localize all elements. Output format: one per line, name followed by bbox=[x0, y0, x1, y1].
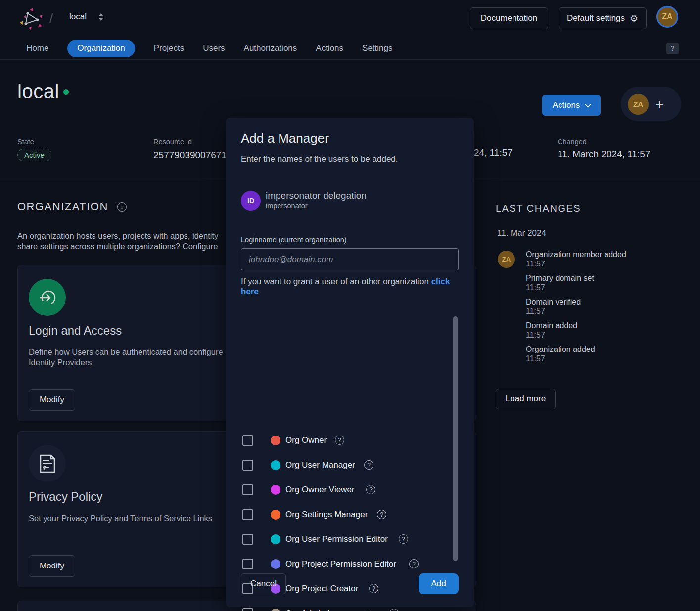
role-label: Org Project Creator bbox=[285, 584, 358, 594]
role-color-dot bbox=[271, 510, 280, 520]
unfold-icon bbox=[98, 13, 103, 21]
role-checkbox[interactable] bbox=[242, 509, 253, 520]
chevron-down-icon bbox=[585, 101, 592, 108]
role-color-dot bbox=[271, 460, 280, 470]
target-user-detail: impersonator bbox=[266, 202, 308, 210]
event-item[interactable]: Organization member added 11:57 bbox=[526, 250, 689, 268]
created-date-partial: 24, 11:57 bbox=[474, 147, 513, 158]
nav-item-settings[interactable]: Settings bbox=[362, 40, 392, 57]
role-row-org-user-manager[interactable]: Org User Manager ? bbox=[226, 453, 453, 478]
resource-id-value: 2577903900767178 bbox=[153, 150, 237, 161]
event-item[interactable]: Domain verified 11:57 bbox=[526, 297, 689, 316]
organization-heading: ORGANIZATION bbox=[17, 200, 108, 213]
role-help-icon[interactable]: ? bbox=[409, 559, 419, 568]
topbar: / local Documentation Default settings ⚙… bbox=[0, 0, 700, 37]
role-label: Org Admin Impersonator bbox=[285, 609, 377, 611]
document-signature-icon bbox=[29, 445, 66, 482]
nav-item-organization[interactable]: Organization bbox=[67, 40, 135, 57]
role-color-dot bbox=[271, 609, 280, 611]
header-actions-label: Actions bbox=[553, 100, 580, 110]
role-help-icon[interactable]: ? bbox=[377, 510, 386, 519]
state-badge: Active bbox=[17, 149, 51, 161]
help-shortcut-button[interactable]: ? bbox=[666, 43, 679, 54]
role-row-org-user-permission-editor[interactable]: Org User Permission Editor ? bbox=[226, 527, 453, 552]
role-label: Org Owner bbox=[285, 436, 327, 445]
zitadel-logo-icon[interactable] bbox=[18, 5, 45, 32]
target-user-avatar: ID bbox=[241, 191, 261, 211]
nav-item-home[interactable]: Home bbox=[26, 40, 48, 57]
role-checkbox[interactable] bbox=[242, 460, 253, 471]
loginname-input[interactable] bbox=[241, 248, 459, 270]
role-help-icon[interactable]: ? bbox=[335, 436, 344, 445]
role-row-org-settings-manager[interactable]: Org Settings Manager ? bbox=[226, 502, 453, 527]
event-item[interactable]: Domain added 11:57 bbox=[526, 321, 689, 340]
state-column: State Active bbox=[17, 138, 51, 161]
changed-value: 11. March 2024, 11:57 bbox=[558, 149, 650, 160]
default-settings-button[interactable]: Default settings ⚙ bbox=[559, 7, 647, 29]
loginname-label: Loginname (current organization) bbox=[241, 236, 347, 244]
load-more-button[interactable]: Load more bbox=[496, 389, 556, 409]
add-member-icon[interactable]: + bbox=[655, 96, 663, 112]
org-switcher[interactable]: local bbox=[69, 12, 103, 22]
last-changes-date: 11. Mar 2024 bbox=[497, 228, 546, 238]
role-checkbox[interactable] bbox=[242, 435, 253, 446]
resource-id-label: Resource Id bbox=[153, 138, 237, 146]
role-checkbox[interactable] bbox=[242, 534, 253, 545]
role-help-icon[interactable]: ? bbox=[369, 584, 378, 593]
role-checkbox[interactable] bbox=[242, 608, 253, 611]
role-color-dot bbox=[271, 485, 280, 495]
role-checkbox[interactable] bbox=[242, 484, 253, 495]
role-label: Org Settings Manager bbox=[285, 510, 368, 520]
org-active-dot bbox=[63, 89, 69, 95]
grant-other-org-hint: If you want to grant a user of an other … bbox=[241, 277, 454, 297]
dialog-title: Add a Manager bbox=[241, 131, 329, 146]
info-icon[interactable]: i bbox=[117, 202, 127, 212]
nav-item-users[interactable]: Users bbox=[203, 40, 225, 57]
state-label: State bbox=[17, 138, 51, 146]
event-avatar: ZA bbox=[498, 251, 515, 268]
last-changes-heading: LAST CHANGES bbox=[496, 203, 581, 214]
role-color-dot bbox=[271, 436, 280, 445]
login-access-description: Define how Users can be authenticated an… bbox=[29, 347, 251, 368]
modal-scrollbar-thumb[interactable] bbox=[453, 316, 458, 561]
privacy-policy-title: Privacy Policy bbox=[29, 490, 102, 504]
role-label: Org Owner Viewer bbox=[285, 485, 355, 495]
role-label: Org User Manager bbox=[285, 460, 355, 470]
member-avatar-group[interactable]: ZA + bbox=[621, 87, 681, 121]
header-actions-button[interactable]: Actions bbox=[542, 95, 601, 116]
login-access-modify-button[interactable]: Modify bbox=[29, 389, 75, 411]
default-settings-label: Default settings bbox=[567, 13, 625, 23]
main-nav: Home Organization Projects Users Authori… bbox=[0, 37, 700, 60]
role-row-org-owner[interactable]: Org Owner ? bbox=[226, 428, 453, 453]
resource-id-column: Resource Id 2577903900767178 bbox=[153, 138, 237, 161]
nav-item-actions[interactable]: Actions bbox=[316, 40, 343, 57]
cancel-button[interactable]: Cancel bbox=[241, 573, 286, 594]
breadcrumb-slash: / bbox=[49, 11, 53, 26]
nav-item-projects[interactable]: Projects bbox=[154, 40, 184, 57]
org-switcher-label: local bbox=[69, 12, 87, 22]
dialog-subtitle: Enter the names of the users to be added… bbox=[241, 154, 398, 164]
event-item[interactable]: Organization added 11:57 bbox=[526, 345, 689, 363]
changed-column: Changed 11. March 2024, 11:57 bbox=[558, 138, 650, 160]
user-avatar[interactable]: ZA bbox=[656, 6, 678, 28]
role-checkbox[interactable] bbox=[242, 559, 253, 569]
role-label: Org User Permission Editor bbox=[285, 534, 388, 544]
member-avatar: ZA bbox=[628, 94, 649, 115]
role-help-icon[interactable]: ? bbox=[399, 534, 408, 544]
add-manager-dialog: Add a Manager Enter the names of the use… bbox=[226, 118, 474, 607]
role-color-dot bbox=[271, 534, 280, 544]
role-help-icon[interactable]: ? bbox=[366, 485, 375, 494]
role-row-org-owner-viewer[interactable]: Org Owner Viewer ? bbox=[226, 478, 453, 502]
role-row-org-project-permission-editor[interactable]: Org Project Permission Editor ? bbox=[226, 552, 453, 576]
event-item[interactable]: Primary domain set 11:57 bbox=[526, 273, 689, 292]
role-help-icon[interactable]: ? bbox=[364, 460, 373, 470]
documentation-button[interactable]: Documentation bbox=[470, 7, 548, 29]
target-user-name: impersonator delegation bbox=[266, 190, 367, 201]
login-icon bbox=[29, 279, 66, 316]
role-help-icon[interactable]: ? bbox=[389, 609, 399, 611]
privacy-policy-modify-button[interactable]: Modify bbox=[29, 555, 75, 577]
nav-item-authorizations[interactable]: Authorizations bbox=[244, 40, 297, 57]
role-row-org-admin-impersonator[interactable]: Org Admin Impersonator ? bbox=[226, 601, 453, 611]
role-label: Org Project Permission Editor bbox=[285, 559, 396, 569]
add-button[interactable]: Add bbox=[419, 573, 459, 594]
